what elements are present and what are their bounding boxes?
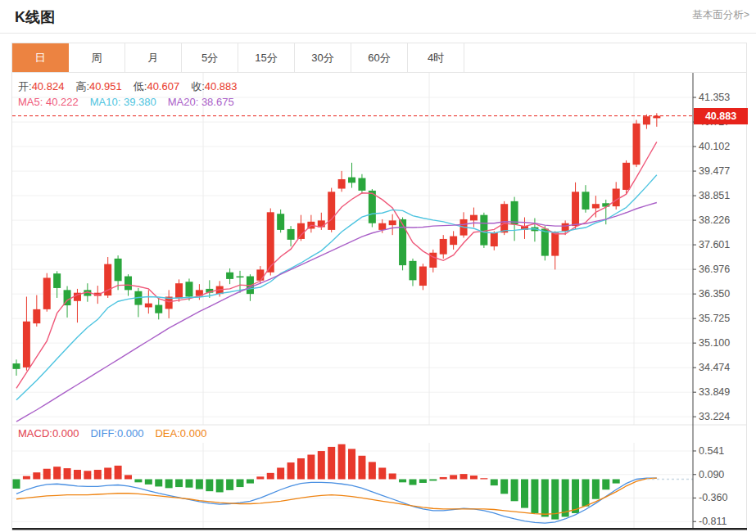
open-value: 40.824	[32, 80, 65, 92]
dea-value: DEA:0.000	[155, 427, 206, 440]
axis-tick-label: 34.474	[699, 362, 746, 373]
axis-tick-label: 36.350	[699, 288, 746, 300]
axis-tick-label: -0.811	[699, 516, 746, 527]
ohlc-info-row: 开:40.824高:40.951低:40.607收:40.883	[18, 79, 238, 94]
axis-tick-label: 38.851	[699, 190, 746, 201]
axis-tick-label: 41.353	[699, 92, 746, 103]
current-price-badge: 40.883	[694, 108, 748, 124]
header-divider	[0, 33, 756, 34]
tab-月[interactable]: 月	[125, 43, 182, 72]
high-value: 40.951	[89, 80, 122, 92]
ma10-value: MA10: 39.380	[90, 96, 156, 108]
axis-tick-label: 39.477	[699, 165, 746, 177]
kline-chart-container: 开:40.824高:40.951低:40.607收:40.883 MA5: 40…	[11, 73, 747, 530]
page-title: K线图	[15, 7, 55, 27]
axis-tick-label: 35.100	[699, 337, 746, 349]
axis-tick-label: 37.601	[699, 239, 746, 250]
period-tab-bar: 日周月5分15分30分60分4时	[11, 43, 747, 73]
axis-tick-label: -0.360	[699, 492, 746, 503]
macd-info-row: MACD:0.000DIFF:0.000DEA:0.000	[18, 427, 206, 440]
kline-page: K线图 基本面分析> 日周月5分15分30分60分4时 开:40.824高:40…	[0, 0, 756, 532]
tab-日[interactable]: 日	[12, 43, 69, 72]
high-label: 高:	[75, 80, 89, 92]
axis-tick-label: 36.976	[699, 264, 746, 275]
axis-tick-label: 33.849	[699, 386, 746, 398]
axis-tick-label: 38.226	[699, 214, 746, 226]
tab-60分[interactable]: 60分	[351, 43, 408, 72]
ma20-value: MA20: 38.675	[168, 96, 234, 108]
ma5-value: MA5: 40.222	[18, 96, 79, 108]
axis-tick-label: 35.725	[699, 313, 746, 324]
tab-30分[interactable]: 30分	[295, 43, 351, 72]
macd-value: MACD:0.000	[18, 427, 79, 440]
ma-info-row: MA5: 40.222MA10: 39.380MA20: 38.675	[18, 96, 234, 108]
low-label: 低:	[134, 80, 147, 92]
close-label: 收:	[191, 80, 205, 92]
diff-value: DIFF:0.000	[90, 427, 143, 440]
tab-5分[interactable]: 5分	[182, 43, 238, 72]
axis-tick-label: 0.541	[699, 445, 746, 457]
axis-tick-label: 40.102	[699, 141, 746, 152]
low-value: 40.607	[147, 80, 179, 92]
axis-tick-label: 0.090	[699, 469, 746, 480]
fundamental-analysis-link[interactable]: 基本面分析>	[692, 8, 749, 22]
tab-4时[interactable]: 4时	[408, 43, 464, 72]
tab-row-filler	[464, 43, 746, 72]
close-value: 40.883	[205, 80, 238, 92]
tab-15分[interactable]: 15分	[238, 43, 295, 72]
open-label: 开:	[18, 80, 32, 92]
kline-chart-canvas[interactable]	[12, 73, 748, 530]
axis-tick-label: 33.224	[699, 411, 746, 422]
tab-周[interactable]: 周	[69, 43, 125, 72]
